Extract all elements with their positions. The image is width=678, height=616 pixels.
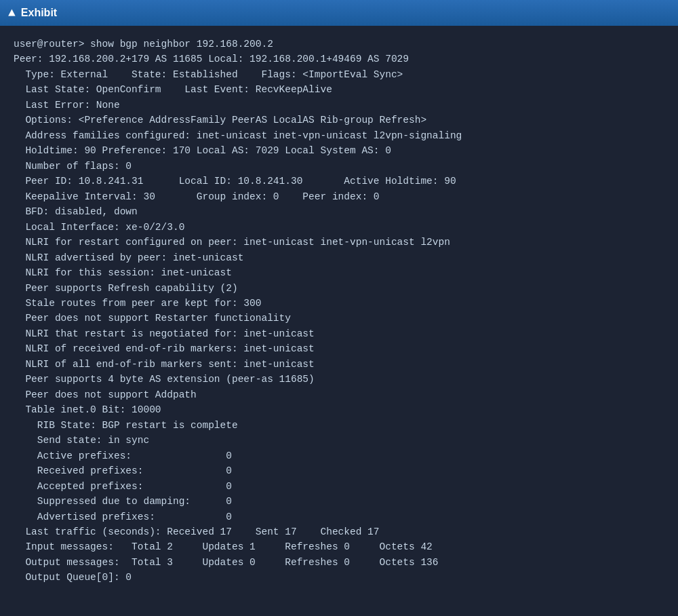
title-bar-icon: ▲	[8, 6, 16, 20]
terminal-output: user@router> show bgp neighbor 192.168.2…	[14, 37, 664, 585]
title-bar-title: Exhibit	[21, 7, 57, 19]
terminal-window: user@router> show bgp neighbor 192.168.2…	[0, 26, 678, 616]
title-bar: ▲ Exhibit	[0, 0, 678, 26]
